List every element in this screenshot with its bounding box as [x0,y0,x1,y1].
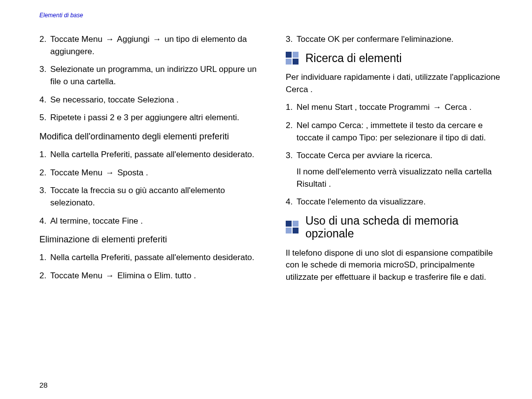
steps-b: 1. Nella cartella Preferiti, passate all… [39,149,262,227]
step-text: Se necessario, toccate Seleziona . [50,95,179,104]
arrow-right-icon: → [105,167,115,179]
step-number: 4. [39,94,46,106]
step-number: 5. [39,112,46,124]
step-item: 3. Toccate Cerca per avviare la ricerca.… [286,150,508,190]
arrow-right-icon: → [152,33,162,46]
step-item: 4. Se necessario, toccate Seleziona . [39,94,262,106]
step-item: 3. Toccate OK per confermare l'eliminazi… [286,33,508,46]
step-item: 2. Toccate Menu → Sposta . [39,167,262,179]
step-number: 2. [286,120,293,132]
left-column: 2. Toccate Menu → Aggiungi → un tipo di … [39,33,262,290]
step-text: Nella cartella Preferiti, passate all'el… [50,150,254,159]
section-heading-memory: Uso di una scheda di memoria opzionale [286,214,508,240]
paragraph: Per individuare rapidamente i dati, util… [286,71,508,96]
step-number: 3. [286,33,293,46]
step-number: 4. [39,215,46,228]
steps-a: 2. Toccate Menu → Aggiungi → un tipo di … [39,33,262,124]
arrow-right-icon: → [105,33,115,46]
arrow-right-icon: → [432,101,442,114]
step-text: Nel campo Cerca: , immettete il testo da… [297,121,486,142]
paragraph: Il telefono dispone di uno slot di espan… [286,247,508,284]
step-text: Toccate Menu → Aggiungi → un tipo di ele… [50,34,247,56]
steps-c: 1. Nella cartella Preferiti, passate all… [39,252,262,282]
step-text: Toccate OK per confermare l'eliminazione… [297,34,454,44]
step-text: Toccate Menu → Sposta . [50,168,148,177]
step-number: 3. [39,185,46,197]
section-heading-search: Ricerca di elementi [286,52,508,65]
step-number: 3. [39,64,46,76]
right-column: 3. Toccate OK per confermare l'eliminazi… [286,33,508,290]
step-number: 1. [39,149,46,161]
step-text: Nel menu Start , toccate Programmi → Cer… [297,102,471,112]
step-item: 2. Toccate Menu → Elimina o Elim. tutto … [39,270,262,282]
step-text: Nella cartella Preferiti, passate all'el… [50,253,254,262]
step-text: Toccate Cerca per avviare la ricerca. [297,151,432,160]
step-text: Toccate la freccia su o giù accanto all'… [50,186,225,207]
section-title: Ricerca di elementi [305,52,402,65]
step-number: 3. [286,150,293,162]
step-text: Toccate l'elemento da visualizzare. [297,197,426,206]
grid-bullet-icon [286,221,299,233]
page-number: 28 [39,381,48,389]
section-title: Uso di una scheda di memoria opzionale [305,214,508,240]
step-item: 4. Toccate l'elemento da visualizzare. [286,196,508,208]
step-number: 1. [286,101,293,114]
step-number: 1. [39,252,46,264]
steps-top-right: 3. Toccate OK per confermare l'eliminazi… [286,33,508,46]
step-text: Ripetete i passi 2 e 3 per aggiungere al… [50,113,239,122]
step-note: Il nome dell'elemento verrà visualizzato… [297,166,508,190]
step-item: 1. Nella cartella Preferiti, passate all… [39,252,262,264]
step-number: 4. [286,196,293,208]
step-number: 2. [39,167,46,179]
step-item: 4. Al termine, toccate Fine . [39,215,262,228]
step-number: 2. [39,270,46,282]
step-text: Al termine, toccate Fine . [50,216,143,226]
step-item: 2. Toccate Menu → Aggiungi → un tipo di … [39,33,262,58]
step-item: 5. Ripetete i passi 2 e 3 per aggiungere… [39,112,262,124]
step-item: 3. Toccate la freccia su o giù accanto a… [39,185,262,209]
step-item: 3. Selezionate un programma, un indirizz… [39,64,262,88]
grid-bullet-icon [286,52,299,65]
sub-heading-delete: Eliminazione di elementi preferiti [39,233,262,246]
content-columns: 2. Toccate Menu → Aggiungi → un tipo di … [39,33,508,290]
arrow-right-icon: → [105,270,115,282]
step-text: Selezionate un programma, un indirizzo U… [50,65,257,86]
step-item: 1. Nel menu Start , toccate Programmi → … [286,101,508,114]
step-number: 2. [39,33,46,46]
step-item: 1. Nella cartella Preferiti, passate all… [39,149,262,161]
sub-heading-reorder: Modifica dell'ordinamento degli elementi… [39,130,262,143]
steps-search: 1. Nel menu Start , toccate Programmi → … [286,101,508,208]
step-item: 2. Nel campo Cerca: , immettete il testo… [286,120,508,144]
running-header: Elementi di base [39,12,83,19]
step-text: Toccate Menu → Elimina o Elim. tutto . [50,271,196,280]
